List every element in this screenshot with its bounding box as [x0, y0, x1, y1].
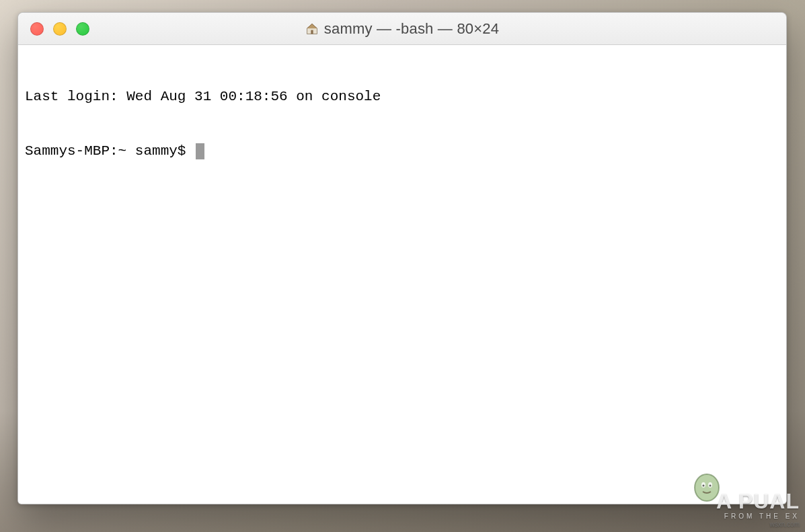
- terminal-prompt-line: Sammys-MBP:~ sammy$: [25, 142, 779, 160]
- maximize-button[interactable]: [76, 22, 89, 36]
- terminal-cursor: [196, 143, 204, 159]
- minimize-button[interactable]: [53, 22, 67, 36]
- svg-rect-0: [311, 30, 313, 34]
- svg-point-5: [710, 485, 712, 487]
- terminal-content[interactable]: Last login: Wed Aug 31 00:18:56 on conso…: [18, 45, 786, 504]
- svg-point-4: [703, 485, 705, 487]
- svg-point-1: [695, 474, 719, 501]
- terminal-prompt: Sammys-MBP:~ sammy$: [25, 142, 194, 160]
- window-title: sammy — -bash — 80×24: [18, 20, 786, 38]
- window-titlebar[interactable]: sammy — -bash — 80×24: [18, 13, 786, 45]
- close-button[interactable]: [30, 22, 44, 36]
- window-title-text: sammy — -bash — 80×24: [324, 20, 499, 38]
- terminal-window: sammy — -bash — 80×24 Last login: Wed Au…: [17, 12, 787, 504]
- home-folder-icon: [305, 22, 319, 36]
- traffic-lights: [18, 22, 89, 36]
- terminal-output-line: Last login: Wed Aug 31 00:18:56 on conso…: [25, 87, 779, 106]
- watermark: A PUAL FROM THE EX wsxn.com: [716, 489, 800, 528]
- watermark-brand: A PUAL: [716, 489, 800, 514]
- watermark-tagline: FROM THE EX: [716, 512, 800, 520]
- watermark-url: wsxn.com: [716, 521, 800, 528]
- watermark-logo-icon: [688, 470, 726, 508]
